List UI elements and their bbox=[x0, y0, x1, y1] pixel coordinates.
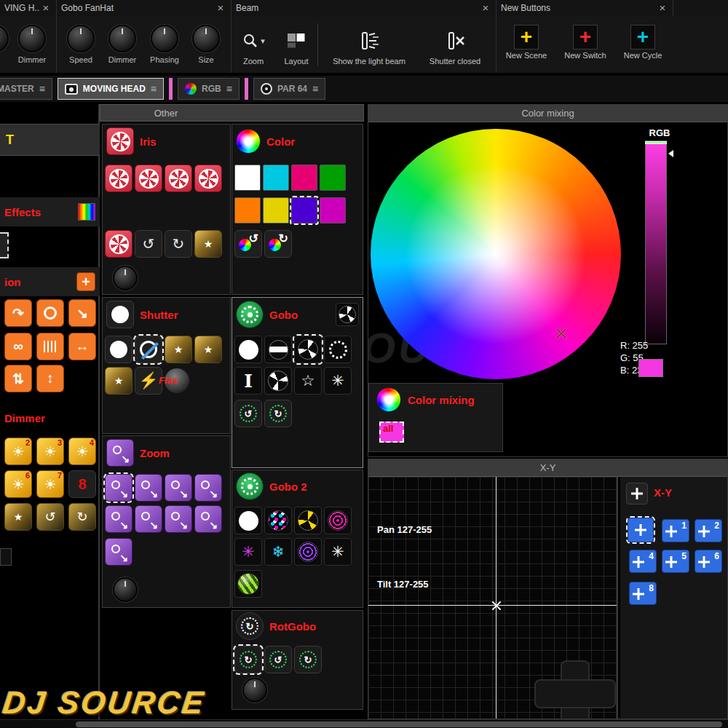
rotgobo-cw-button[interactable]: ↻ bbox=[294, 646, 322, 673]
gobo-fan-button[interactable] bbox=[294, 336, 322, 363]
gobo2-fan-button[interactable] bbox=[294, 507, 322, 534]
gobo-slot-button[interactable] bbox=[264, 336, 292, 363]
color-swatch[interactable] bbox=[291, 165, 317, 191]
zoom-preset-button[interactable]: ↘ bbox=[194, 474, 222, 502]
effects-group-header[interactable]: Effects bbox=[0, 197, 100, 226]
tilt-sweep-button[interactable]: ↕ bbox=[36, 365, 64, 392]
dimmer-preset-button[interactable]: ☀3 bbox=[36, 438, 64, 465]
dimmer-preset-button[interactable]: 8 bbox=[68, 470, 96, 498]
color-swatch[interactable] bbox=[320, 197, 346, 223]
shutter-fade-button[interactable]: ★ bbox=[165, 336, 192, 363]
color-picker-cursor[interactable] bbox=[555, 327, 568, 340]
close-icon[interactable]: × bbox=[657, 2, 668, 14]
dimmer-knob[interactable]: Dimmer bbox=[101, 25, 143, 64]
knob-dial[interactable] bbox=[192, 25, 220, 52]
menu-icon[interactable]: ≡ bbox=[151, 83, 157, 95]
all-color-preset[interactable]: all bbox=[379, 422, 404, 443]
layout-tool-button[interactable]: Layout bbox=[275, 26, 317, 66]
gobo2-flake-button[interactable]: ❄ bbox=[264, 538, 292, 566]
zoom-preset-button[interactable]: ↘ bbox=[105, 474, 132, 502]
iris-knob[interactable] bbox=[113, 266, 138, 290]
color-swatch[interactable] bbox=[234, 197, 261, 223]
color-swatch-selected[interactable] bbox=[291, 197, 317, 223]
xy-preset-button[interactable]: 6 bbox=[695, 550, 722, 573]
gobo-ibeam-button[interactable]: I bbox=[234, 367, 262, 395]
color-rotate-ccw-button[interactable]: ↺ bbox=[234, 230, 262, 258]
iris-fade-button[interactable]: ★ bbox=[194, 230, 222, 258]
gobo2-spiral-button[interactable] bbox=[324, 507, 352, 534]
dimmer-group-header[interactable]: Dimmer bbox=[0, 410, 100, 426]
tab-master[interactable]: MASTER ≡ bbox=[0, 78, 52, 100]
shutter-closed-button[interactable] bbox=[135, 336, 162, 363]
pan-tilt-grid[interactable]: Pan 127-255 Tilt 127-255 bbox=[368, 477, 618, 719]
position-group-header[interactable]: ion + bbox=[0, 267, 100, 296]
add-position-icon[interactable]: + bbox=[76, 272, 95, 291]
dimmer-preset-button[interactable]: ☀2 bbox=[4, 438, 32, 465]
tilt-move-button[interactable]: ⇅ bbox=[4, 365, 32, 392]
zoom-preset-button[interactable]: ↘ bbox=[135, 505, 162, 533]
iris-preset-button[interactable] bbox=[194, 165, 222, 192]
wave-move-button[interactable] bbox=[36, 333, 64, 360]
gobo2-open-button[interactable] bbox=[234, 507, 262, 534]
knob-dial[interactable] bbox=[151, 25, 178, 52]
color-rotate-cw-button[interactable]: ↻ bbox=[264, 230, 292, 258]
scrollbar-handle[interactable] bbox=[76, 721, 722, 727]
selected-effect-stub[interactable] bbox=[0, 232, 9, 258]
preset-item-t[interactable]: T bbox=[0, 124, 100, 156]
zoom-knob[interactable] bbox=[113, 577, 138, 602]
menu-icon[interactable]: ≡ bbox=[39, 83, 45, 95]
close-icon[interactable]: × bbox=[215, 2, 226, 14]
xy-preset-button[interactable]: 2 bbox=[695, 519, 722, 542]
rotgobo-knob[interactable] bbox=[242, 678, 267, 703]
knob-dial[interactable] bbox=[67, 25, 95, 52]
zoom-preset-button[interactable]: ↘ bbox=[105, 505, 132, 533]
gobo-open-button[interactable] bbox=[234, 336, 262, 363]
rotgobo-ccw-button[interactable]: ↺ bbox=[264, 646, 292, 673]
iris-rotate-ccw-button[interactable]: ↺ bbox=[135, 230, 162, 258]
rotgobo-stop-button[interactable]: ↻ bbox=[234, 646, 262, 673]
zoom-preset-button[interactable]: ↘ bbox=[165, 505, 192, 533]
shutter-fade-button[interactable]: ★ bbox=[194, 336, 222, 363]
dimmer-fade-button[interactable]: ★ bbox=[4, 503, 32, 531]
zoom-preset-button[interactable]: ↘ bbox=[165, 474, 192, 502]
dimmer-preset-button[interactable]: ☀6 bbox=[4, 470, 32, 498]
close-icon[interactable]: × bbox=[480, 2, 491, 14]
xy-preset-button[interactable]: 5 bbox=[662, 550, 689, 573]
dimmer-preset-button[interactable]: ☀7 bbox=[36, 470, 64, 498]
dimmer-preset-button[interactable]: ☀4 bbox=[68, 438, 96, 465]
diagonal-move-button[interactable]: ↘ bbox=[68, 299, 96, 327]
iris-preset-button[interactable] bbox=[105, 230, 132, 258]
show-light-beam-button[interactable]: Show the light beam bbox=[325, 26, 414, 66]
tab-moving-head[interactable]: MOVING HEAD ≡ bbox=[58, 78, 164, 100]
knob-dial[interactable] bbox=[18, 25, 46, 52]
gobo-burst-button[interactable]: ✳ bbox=[324, 367, 352, 395]
color-mixing-group-header[interactable]: Color mixing bbox=[369, 384, 502, 416]
gobo-rotate-cw-button[interactable]: ↻ bbox=[264, 400, 292, 427]
circle-move-button[interactable] bbox=[36, 299, 64, 327]
rotate-ccw-button[interactable]: ↺ bbox=[36, 503, 64, 531]
flash-knob[interactable]: Flas bbox=[165, 368, 189, 393]
figure8-move-button[interactable]: ∞ bbox=[4, 333, 32, 360]
tab-par64[interactable]: PAR 64 ≡ bbox=[253, 78, 325, 100]
phasing-knob[interactable]: Phasing bbox=[143, 25, 186, 64]
gobo-blades-button[interactable] bbox=[264, 367, 292, 395]
gobo-dots-button[interactable] bbox=[324, 336, 352, 363]
dimmer-knob[interactable]: Dimmer bbox=[11, 25, 53, 64]
close-icon[interactable]: × bbox=[40, 2, 52, 14]
size-knob[interactable]: Size bbox=[185, 25, 227, 64]
color-swatch[interactable] bbox=[234, 165, 261, 191]
rotate-cw-button[interactable]: ↻ bbox=[68, 503, 96, 531]
xy-preset-button[interactable]: 4 bbox=[629, 550, 657, 573]
shutter-closed-button[interactable]: Shutter closed bbox=[419, 26, 491, 66]
new-scene-button[interactable]: + New Scene bbox=[500, 25, 553, 60]
rgb-mode-label[interactable]: RGB bbox=[644, 127, 676, 139]
zoom-preset-button[interactable]: ↘ bbox=[135, 474, 162, 502]
xy-preset-button[interactable]: 8 bbox=[629, 582, 657, 605]
gobo2-dots-button[interactable] bbox=[264, 507, 292, 534]
color-picker-wheel[interactable] bbox=[371, 129, 621, 379]
new-switch-button[interactable]: + New Switch bbox=[559, 25, 612, 60]
gobo-rotate-ccw-button[interactable]: ↺ bbox=[234, 400, 262, 427]
shutter-open-button[interactable] bbox=[105, 336, 132, 363]
color-swatch[interactable] bbox=[263, 197, 289, 223]
curve-move-button[interactable]: ↷ bbox=[4, 299, 32, 327]
